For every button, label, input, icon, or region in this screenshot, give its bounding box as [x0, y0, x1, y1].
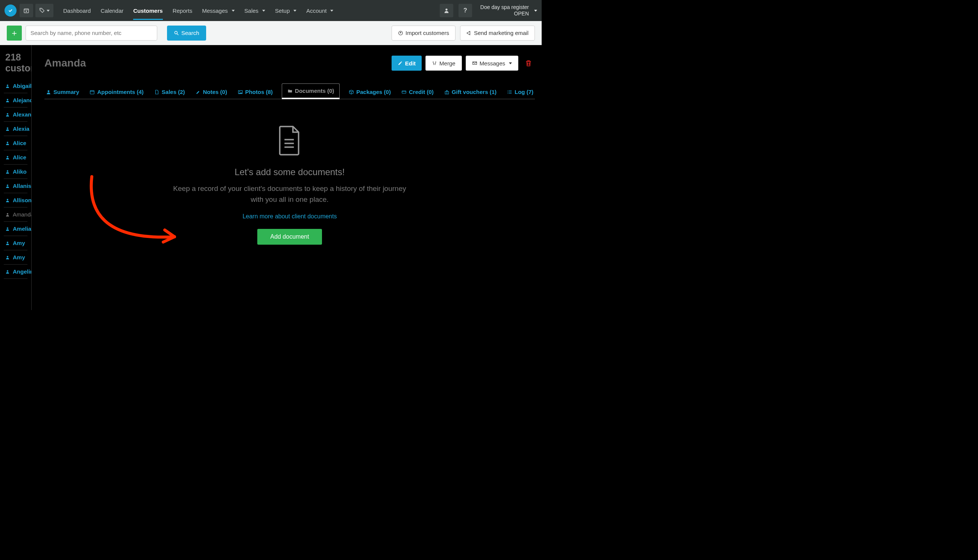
svg-point-7	[174, 31, 177, 34]
svg-point-38	[507, 92, 508, 92]
top-nav: DashboardCalendarCustomersReportsMessage…	[0, 0, 542, 21]
svg-point-11	[7, 99, 8, 100]
gift-icon	[444, 90, 450, 95]
tab-credit[interactable]: Credit (0)	[400, 85, 435, 99]
learn-more-link[interactable]: Learn more about client documents	[242, 213, 337, 220]
tab-packages[interactable]: Packages (0)	[347, 85, 392, 99]
nav-item-account[interactable]: Account	[306, 2, 333, 20]
nav-item-dashboard[interactable]: Dashboard	[63, 2, 91, 20]
svg-point-39	[507, 93, 508, 93]
customer-list-name: Allanis	[13, 183, 31, 189]
logo[interactable]	[5, 5, 17, 17]
send-marketing-button[interactable]: Send marketing email	[460, 25, 535, 41]
calendar-plus-icon	[23, 8, 29, 13]
customer-list-name: Amy	[13, 254, 25, 260]
nav-item-reports[interactable]: Reports	[173, 2, 192, 20]
file-icon	[154, 90, 159, 95]
empty-body: Keep a record of your client's documents…	[169, 183, 410, 205]
tags-dropdown-button[interactable]	[35, 4, 53, 17]
customer-list-item[interactable]: Alexia	[4, 122, 27, 136]
svg-point-13	[7, 127, 8, 129]
tags-icon	[39, 8, 45, 13]
chevron-down-icon	[262, 10, 265, 12]
nav-item-setup[interactable]: Setup	[275, 2, 296, 20]
customer-list-name: Alexandra	[13, 111, 32, 118]
svg-point-37	[507, 90, 508, 91]
tab-documents[interactable]: Documents (0)	[282, 83, 340, 99]
customer-list-item[interactable]: Amanda	[4, 207, 27, 222]
customer-list-item[interactable]: Alice	[4, 136, 27, 150]
svg-point-29	[239, 91, 240, 92]
customer-list-item[interactable]: Aliko	[4, 165, 27, 179]
user-button[interactable]	[440, 4, 453, 17]
svg-point-18	[7, 199, 8, 200]
customer-count: 218 customers	[5, 52, 32, 74]
customer-list-item[interactable]: Amy	[4, 236, 27, 250]
tab-notes[interactable]: Notes (0)	[194, 85, 229, 99]
customer-list-name: Alice	[13, 154, 26, 160]
folder-icon	[288, 88, 293, 93]
tab-label: Sales (2)	[162, 89, 185, 95]
customer-list-name: Amy	[13, 240, 25, 246]
register-switcher[interactable]: Doe day spa register OPEN	[480, 4, 537, 17]
svg-point-25	[48, 90, 50, 92]
pencil-icon	[196, 90, 201, 95]
customer-list-item[interactable]: Alejandra	[4, 93, 27, 107]
edit-button[interactable]: Edit	[391, 56, 422, 71]
svg-rect-30	[402, 91, 406, 93]
help-button[interactable]: ?	[458, 4, 472, 17]
tab-summary[interactable]: Summary	[44, 85, 80, 99]
tab-photos[interactable]: Photos (8)	[236, 85, 274, 99]
import-customers-button[interactable]: Import customers	[391, 25, 456, 41]
search-button[interactable]: Search	[167, 25, 206, 41]
svg-point-12	[7, 113, 8, 115]
svg-point-23	[7, 270, 8, 272]
customer-list-item[interactable]: Allison	[4, 193, 27, 207]
nav-item-calendar[interactable]: Calendar	[100, 2, 124, 20]
svg-point-19	[7, 213, 8, 215]
register-name: Doe day spa register	[480, 4, 529, 10]
add-document-button[interactable]: Add document	[257, 229, 322, 245]
edit-icon	[398, 60, 403, 66]
customer-list-item[interactable]: Alexandra	[4, 107, 27, 122]
customer-actions: Edit Merge Messages	[391, 56, 535, 71]
calendar-add-button[interactable]	[20, 4, 33, 17]
chevron-down-icon	[534, 10, 537, 12]
tab-gift-vouchers[interactable]: Gift vouchers (1)	[443, 85, 498, 99]
customer-list-item[interactable]: Amelia	[4, 222, 27, 236]
customer-list-item[interactable]: Alice	[4, 150, 27, 165]
messages-dropdown-button[interactable]: Messages	[466, 56, 518, 71]
messages-label: Messages	[480, 60, 505, 67]
merge-label: Merge	[439, 60, 456, 67]
customer-list-name: Aliko	[13, 168, 27, 175]
customer-list-item[interactable]: Abigail	[4, 79, 27, 93]
svg-point-15	[7, 156, 8, 157]
svg-point-21	[7, 242, 8, 243]
customer-list-name: Alice	[13, 140, 26, 146]
tab-label: Appointments (4)	[97, 89, 143, 95]
customer-list-item[interactable]: Angelina	[4, 265, 27, 279]
toolbar: ＋ Search Import customers Send marketing…	[0, 21, 542, 45]
nav-item-sales[interactable]: Sales	[244, 2, 266, 20]
register-status: OPEN	[480, 10, 529, 17]
delete-button[interactable]	[522, 57, 535, 70]
merge-icon	[432, 60, 437, 66]
nav-item-customers[interactable]: Customers	[133, 2, 162, 20]
customer-list-name: Amanda	[13, 211, 32, 218]
merge-button[interactable]: Merge	[425, 56, 462, 71]
customer-list-name: Allison	[13, 197, 32, 203]
tab-log[interactable]: Log (7)	[506, 85, 535, 99]
search-icon	[174, 30, 179, 36]
search-input[interactable]	[25, 25, 157, 41]
customer-sidebar: 218 customers showing 51 AbigailAlejandr…	[0, 45, 32, 310]
nav-item-messages[interactable]: Messages	[202, 2, 234, 20]
customer-list-item[interactable]: Amy	[4, 250, 27, 265]
list-icon	[507, 90, 512, 95]
customer-list-item[interactable]: Allanis	[4, 179, 27, 193]
question-icon: ?	[463, 7, 467, 14]
tab-appointments[interactable]: Appointments (4)	[88, 85, 145, 99]
add-customer-button[interactable]: ＋	[7, 25, 22, 41]
tab-label: Packages (0)	[356, 89, 391, 95]
svg-point-20	[7, 227, 8, 229]
tab-sales[interactable]: Sales (2)	[153, 85, 187, 99]
